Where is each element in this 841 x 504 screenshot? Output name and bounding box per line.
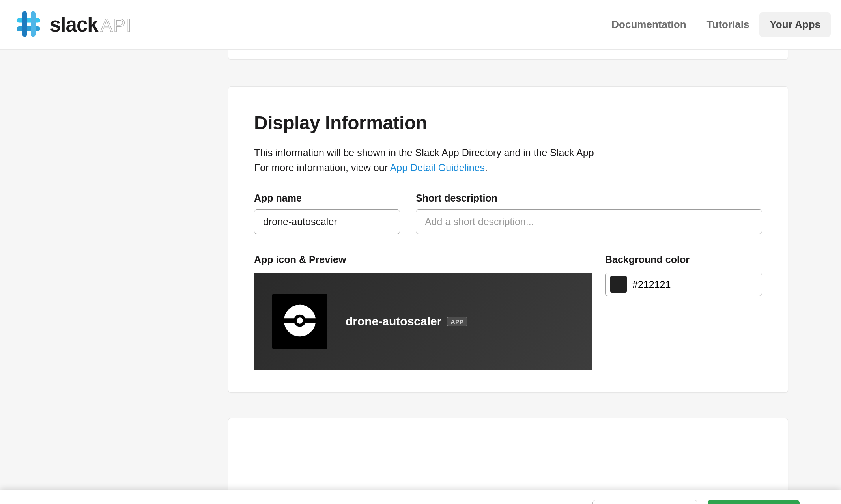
background-color-input-wrap[interactable]	[605, 273, 762, 296]
drone-icon	[281, 302, 319, 341]
intro-line1: This information will be shown in the Sl…	[254, 147, 594, 158]
background-color-input[interactable]	[632, 279, 757, 290]
brand-suffix: API	[101, 15, 132, 35]
lower-row: App icon & Preview dr	[254, 254, 762, 370]
app-badge: APP	[447, 317, 467, 326]
app-name-input[interactable]	[254, 209, 400, 234]
app-name-field: App name	[254, 192, 400, 234]
page-content: Display Information This information wil…	[228, 46, 788, 504]
slack-hash-icon	[14, 10, 43, 40]
footer-action-bar: Discard Changes Save Changes	[0, 490, 841, 504]
app-name-label: App name	[254, 192, 400, 204]
discard-changes-button[interactable]: Discard Changes	[592, 500, 697, 504]
preview-app-name-row: drone-autoscaler APP	[346, 315, 467, 328]
app-icon-tile[interactable]	[272, 294, 327, 349]
section-title: Display Information	[254, 112, 762, 134]
app-preview-panel: drone-autoscaler APP	[254, 273, 592, 370]
brand-wordmark: slackAPI	[50, 13, 132, 36]
section-intro: This information will be shown in the Sl…	[254, 146, 762, 175]
intro-line2-prefix: For more information, view our	[254, 162, 390, 173]
save-changes-button[interactable]: Save Changes	[708, 500, 800, 504]
background-color-column: Background color	[605, 254, 762, 296]
svg-point-7	[297, 317, 303, 323]
nav-your-apps[interactable]: Your Apps	[759, 12, 831, 37]
brand-logo[interactable]: slackAPI	[14, 10, 132, 40]
top-nav: Documentation Tutorials Your Apps	[601, 12, 831, 37]
form-row: App name Short description	[254, 192, 762, 234]
brand-word: slack	[50, 13, 98, 36]
preview-column: App icon & Preview dr	[254, 254, 592, 370]
short-description-input[interactable]	[416, 209, 762, 234]
preview-app-name: drone-autoscaler	[346, 315, 441, 328]
color-swatch[interactable]	[610, 276, 627, 293]
preview-label: App icon & Preview	[254, 254, 592, 265]
guidelines-link[interactable]: App Detail Guidelines	[390, 162, 485, 173]
nav-documentation[interactable]: Documentation	[601, 12, 696, 37]
short-description-label: Short description	[416, 192, 762, 204]
topbar: slackAPI Documentation Tutorials Your Ap…	[0, 0, 841, 50]
background-color-label: Background color	[605, 254, 762, 265]
short-description-field: Short description	[416, 192, 762, 234]
display-information-card: Display Information This information wil…	[228, 86, 788, 393]
nav-tutorials[interactable]: Tutorials	[697, 12, 760, 37]
intro-line2-suffix: .	[485, 162, 488, 173]
